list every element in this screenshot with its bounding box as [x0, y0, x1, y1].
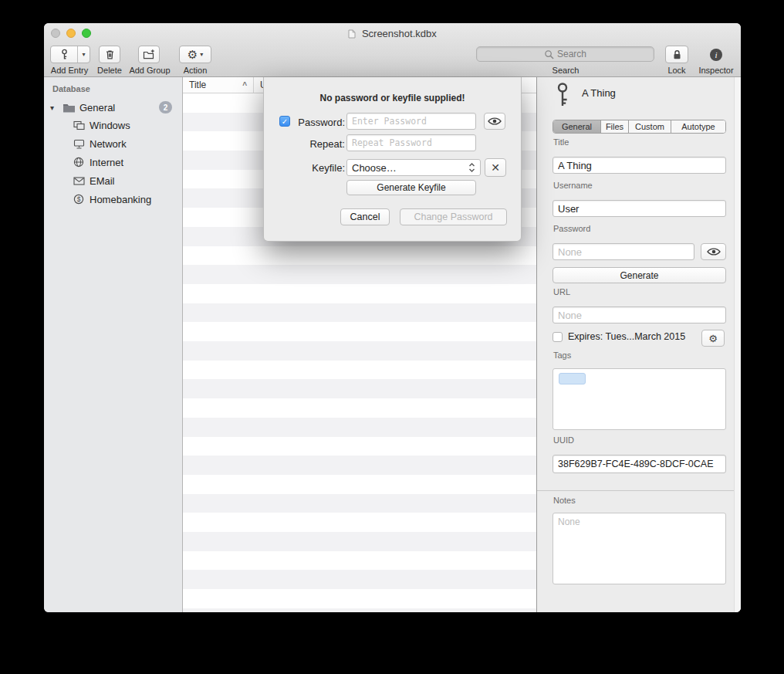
tags-label: Tags [553, 351, 571, 360]
search-placeholder: Search [557, 49, 586, 59]
inspector-tabs: General Files Custom Autotype [553, 120, 726, 134]
sidebar-item-internet[interactable]: Internet [44, 154, 182, 171]
tab-files[interactable]: Files [601, 120, 629, 133]
sidebar-item-email[interactable]: EMail [44, 172, 182, 189]
inspector-label: Inspector [698, 66, 733, 75]
search-icon [544, 49, 554, 59]
folder-icon [63, 103, 76, 113]
globe-icon [73, 157, 84, 168]
uuid-field[interactable] [553, 455, 726, 473]
folder-plus-icon [143, 49, 155, 60]
add-entry-label: Add Entry [51, 66, 88, 75]
enter-password-field[interactable] [346, 113, 476, 130]
show-password-button[interactable] [701, 243, 726, 260]
tab-custom[interactable]: Custom [629, 120, 671, 133]
notes-label: Notes [553, 496, 576, 505]
username-label: Username [553, 181, 593, 190]
keyfile-popup[interactable]: Choose… [346, 159, 481, 176]
window-title: Screenshot.kdbx [44, 28, 741, 39]
search-label: Search [553, 66, 580, 75]
lock-label: Lock [667, 66, 685, 75]
column-header-title[interactable]: Title ^ [183, 77, 254, 93]
add-entry-button-group: ▾ [50, 46, 90, 63]
password-field[interactable] [553, 243, 694, 260]
dialog-message: No password or keyfile supplied! [264, 93, 521, 103]
windows-icon [73, 120, 85, 130]
check-icon: ✓ [282, 117, 288, 126]
sidebar-item-label: Homebanking [90, 194, 151, 205]
close-icon: ✕ [491, 161, 500, 174]
password-label: Password [553, 224, 590, 233]
inspector-panel: A Thing General Files Custom Autotype Ti… [536, 77, 741, 612]
sidebar-item-homebanking[interactable]: $ Homebanking [44, 191, 182, 208]
sidebar: Database ▾ General 2 Windows Network Int… [44, 77, 183, 612]
info-icon: i [710, 49, 722, 61]
tags-box[interactable] [553, 368, 726, 430]
svg-text:$: $ [77, 195, 81, 203]
title-field[interactable] [553, 157, 726, 174]
eye-icon [488, 117, 502, 126]
add-entry-dropdown[interactable]: ▾ [77, 46, 90, 63]
change-password-button[interactable]: Change Password [400, 208, 507, 225]
tag-token[interactable] [559, 373, 586, 384]
inspector-divider [537, 490, 734, 491]
uuid-label: UUID [553, 435, 574, 445]
search-input[interactable]: Search [476, 46, 654, 62]
cancel-button[interactable]: Cancel [340, 208, 390, 225]
password-enable-checkbox[interactable]: ✓ [279, 116, 290, 127]
network-icon [73, 139, 85, 149]
titlebar-toolbar: Screenshot.kdbx ▾ ⚙ ▾ [44, 23, 741, 77]
inspector-button[interactable]: i [705, 46, 727, 63]
key-icon [59, 49, 70, 60]
change-password-dialog: No password or keyfile supplied! ✓ Passw… [263, 77, 522, 242]
username-field[interactable] [553, 200, 726, 217]
coin-icon: $ [73, 194, 84, 205]
action-button[interactable]: ⚙ ▾ [179, 46, 211, 63]
lock-button[interactable] [665, 46, 688, 63]
expires-checkbox[interactable] [553, 332, 563, 342]
url-field[interactable] [553, 307, 726, 323]
document-icon [348, 29, 356, 39]
sidebar-header: Database [52, 84, 90, 93]
chevron-down-icon: ▾ [200, 52, 203, 58]
password-label: Password: [293, 117, 345, 128]
entry-title: A Thing [582, 87, 616, 99]
trash-icon [104, 49, 116, 60]
expires-settings-button[interactable]: ⚙ [701, 330, 725, 347]
clear-keyfile-button[interactable]: ✕ [485, 158, 506, 177]
sidebar-item-network[interactable]: Network [44, 135, 182, 152]
sidebar-item-label: Windows [90, 120, 130, 131]
gear-icon: ⚙ [708, 334, 718, 344]
notes-field[interactable] [553, 513, 726, 584]
disclosure-triangle-icon[interactable]: ▾ [50, 103, 54, 112]
sidebar-item-label: EMail [90, 175, 115, 187]
sidebar-item-general[interactable]: ▾ General 2 [44, 99, 182, 116]
delete-button[interactable] [99, 46, 120, 63]
repeat-password-field[interactable] [346, 134, 476, 151]
sort-ascending-icon: ^ [242, 81, 247, 90]
column-title-text: Title [189, 80, 206, 90]
expires-label: Expires: Tues...March 2015 [568, 331, 685, 342]
sidebar-item-label: Network [90, 138, 127, 150]
eye-icon [707, 247, 721, 256]
generate-keyfile-button[interactable]: Generate Keyfile [346, 180, 476, 195]
tab-autotype[interactable]: Autotype [671, 120, 725, 133]
show-password-button[interactable] [484, 113, 505, 130]
add-group-label: Add Group [129, 66, 170, 75]
add-entry-button[interactable] [51, 46, 77, 63]
generate-password-button[interactable]: Generate [553, 267, 726, 283]
url-label: URL [553, 287, 570, 296]
inspector-scrollbar[interactable] [734, 77, 741, 612]
sidebar-item-windows[interactable]: Windows [44, 117, 182, 134]
stepper-icon [468, 161, 476, 174]
delete-label: Delete [97, 66, 122, 75]
title-label: Title [553, 137, 569, 147]
gear-icon: ⚙ [188, 49, 198, 60]
repeat-label: Repeat: [293, 138, 345, 150]
add-group-button[interactable] [138, 46, 160, 63]
action-label: Action [184, 66, 208, 75]
keyfile-label: Keyfile: [293, 162, 345, 174]
tab-general[interactable]: General [553, 120, 601, 133]
count-badge: 2 [159, 101, 172, 113]
sidebar-item-label: General [79, 102, 115, 113]
